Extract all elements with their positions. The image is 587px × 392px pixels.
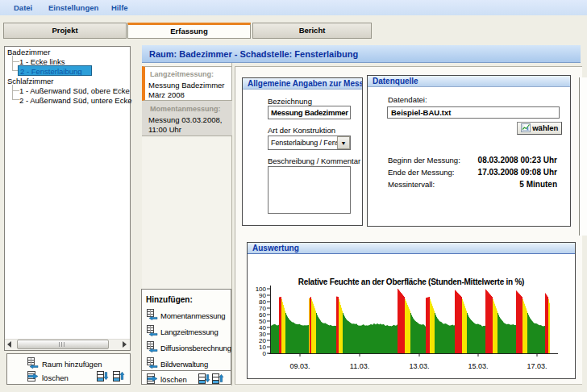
svg-text:13.03.: 13.03. — [409, 362, 429, 370]
svg-text:15.03.: 15.03. — [468, 362, 488, 370]
svg-text:0: 0 — [263, 350, 267, 357]
svg-text:17.03.: 17.03. — [527, 362, 547, 370]
svg-text:09.03.: 09.03. — [289, 362, 310, 370]
svg-text:11.03.: 11.03. — [350, 362, 369, 370]
svg-text:Relative Feuchte an der Oberfl: Relative Feuchte an der Oberfläche (Stun… — [298, 277, 524, 286]
